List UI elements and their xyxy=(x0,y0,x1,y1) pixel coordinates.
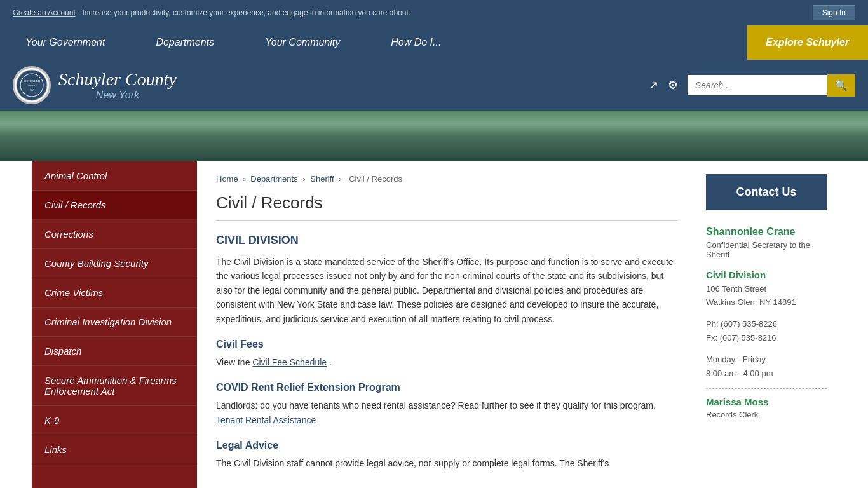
section-legal-advice-heading: Legal Advice xyxy=(216,440,677,451)
breadcrumb-sep2: › xyxy=(302,174,308,184)
contact-title-shannonlee: Confidential Secretary to the Sheriff xyxy=(706,240,827,259)
svg-text:NY: NY xyxy=(30,88,34,92)
share-icon[interactable]: ↗ xyxy=(649,78,658,92)
sidebar-item-dispatch[interactable]: Dispatch xyxy=(32,337,197,366)
right-panel: Contact Us Shannonlee Crane Confidential… xyxy=(696,161,836,488)
section-covid-text: Landlords: do you have tenants who need … xyxy=(216,398,677,427)
civil-fees-intro: View the xyxy=(216,357,252,367)
sidebar-item-corrections[interactable]: Corrections xyxy=(32,220,197,249)
sidebar-item-county-building-security[interactable]: County Building Security xyxy=(32,249,197,278)
create-account-link[interactable]: Create an Account xyxy=(13,8,76,17)
division-address2: Watkins Glen, NY 14891 xyxy=(706,296,827,309)
contact-title-marissa: Records Clerk xyxy=(706,410,827,419)
section-covid-heading: COVID Rent Relief Extension Program xyxy=(216,382,677,393)
section-civil-division-text: The Civil Division is a state mandated s… xyxy=(216,255,677,326)
sidebar-item-animal-control[interactable]: Animal Control xyxy=(32,161,197,191)
contact-us-button[interactable]: Contact Us xyxy=(706,174,827,210)
sidebar-item-k9[interactable]: K-9 xyxy=(32,406,197,435)
nav-your-community[interactable]: Your Community xyxy=(240,25,365,60)
breadcrumb: Home › Departments › Sheriff › Civil / R… xyxy=(216,174,677,184)
covid-intro: Landlords: do you have tenants who need … xyxy=(216,400,656,410)
hours-time: 8:00 am - 4:00 pm xyxy=(706,367,827,381)
hero-image xyxy=(0,111,868,161)
county-logo: SCHUYLER COUNTY NY xyxy=(13,66,51,104)
site-header: SCHUYLER COUNTY NY Schuyler County New Y… xyxy=(0,60,868,111)
header-right: ↗ ⚙ 🔍 xyxy=(649,74,855,97)
breadcrumb-departments[interactable]: Departments xyxy=(250,174,297,184)
search-box: 🔍 xyxy=(688,74,855,97)
sidebar-item-crime-victims[interactable]: Crime Victims xyxy=(32,278,197,308)
sidebar-item-links[interactable]: Links xyxy=(32,435,197,464)
nav-your-government[interactable]: Your Government xyxy=(0,25,130,60)
contact-name-shannonlee: Shannonlee Crane xyxy=(706,226,827,238)
breadcrumb-sheriff[interactable]: Sheriff xyxy=(310,174,334,184)
section-civil-division-heading: CIVIL DIVISION xyxy=(216,234,677,247)
banner-description: - Increase your productivity, customize … xyxy=(78,8,410,17)
breadcrumb-current: Civil / Records xyxy=(349,174,402,184)
breadcrumb-sep3: › xyxy=(339,174,344,184)
sign-in-button[interactable]: Sign In xyxy=(813,5,855,20)
phone-number: Ph: (607) 535-8226 xyxy=(706,317,827,331)
division-address: 106 Tenth Street Watkins Glen, NY 14891 xyxy=(706,283,827,309)
civil-fee-schedule-link[interactable]: Civil Fee Schedule xyxy=(252,357,327,367)
county-name: Schuyler County xyxy=(58,69,177,90)
breadcrumb-sep1: › xyxy=(243,174,248,184)
site-title: Schuyler County New York xyxy=(58,69,177,101)
search-button[interactable]: 🔍 xyxy=(827,74,855,97)
section-legal-advice-text: The Civil Division staff cannot provide … xyxy=(216,456,677,470)
division-hours: Monday - Friday 8:00 am - 4:00 pm xyxy=(706,353,827,381)
svg-text:COUNTY: COUNTY xyxy=(27,84,37,87)
sidebar-item-criminal-investigation[interactable]: Criminal Investigation Division xyxy=(32,308,197,337)
division-address1: 106 Tenth Street xyxy=(706,283,827,296)
section-civil-fees-text: View the Civil Fee Schedule . xyxy=(216,355,677,369)
sidebar: Animal Control Civil / Records Correctio… xyxy=(32,161,197,488)
division-phone: Ph: (607) 535-8226 Fx: (607) 535-8216 xyxy=(706,317,827,345)
breadcrumb-home[interactable]: Home xyxy=(216,174,238,184)
main-content: Animal Control Civil / Records Correctio… xyxy=(32,161,836,488)
tenant-rental-link[interactable]: Tenant Rental Assistance xyxy=(216,415,316,425)
nav-how-do-i[interactable]: How Do I... xyxy=(365,25,466,60)
search-input[interactable] xyxy=(688,75,827,95)
nav-departments[interactable]: Departments xyxy=(130,25,240,60)
settings-icon[interactable]: ⚙ xyxy=(668,78,678,92)
main-nav: Your Government Departments Your Communi… xyxy=(0,25,868,60)
page-title: Civil / Records xyxy=(216,193,677,221)
content-area: Home › Departments › Sheriff › Civil / R… xyxy=(197,161,696,488)
hours-label: Monday - Friday xyxy=(706,353,827,367)
divider xyxy=(706,388,827,389)
division-name: Civil Division xyxy=(706,269,827,280)
svg-text:SCHUYLER: SCHUYLER xyxy=(24,79,41,83)
logo-area: SCHUYLER COUNTY NY Schuyler County New Y… xyxy=(13,66,177,104)
nav-explore-schuyler[interactable]: Explore Schuyler xyxy=(747,25,868,60)
sidebar-item-civil-records[interactable]: Civil / Records xyxy=(32,191,197,220)
civil-fees-after: . xyxy=(329,357,332,367)
section-civil-fees-heading: Civil Fees xyxy=(216,339,677,350)
contact-name-marissa: Marissa Moss xyxy=(706,396,827,407)
top-banner: Create an Account - Increase your produc… xyxy=(0,0,868,25)
state-name: New York xyxy=(58,90,177,101)
sidebar-item-safe-act[interactable]: Secure Ammunition & Firearms Enforcement… xyxy=(32,366,197,406)
fax-number: Fx: (607) 535-8216 xyxy=(706,331,827,345)
